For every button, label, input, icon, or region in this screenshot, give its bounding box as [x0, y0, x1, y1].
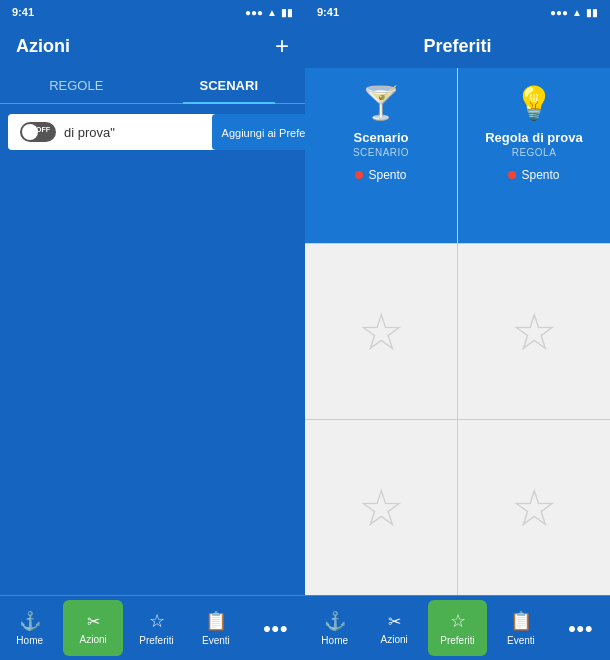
signal-icon: ●●●: [245, 7, 263, 18]
right-preferiti-icon: ☆: [450, 610, 466, 632]
left-nav-more[interactable]: ●●●: [246, 596, 305, 660]
right-bottom-nav: ⚓ Home ✂ Azioni ☆ Preferiti 📋 Eventi ●●●: [305, 595, 610, 660]
preferiti-icon: ☆: [149, 610, 165, 632]
empty-star-icon-2: ☆: [511, 302, 558, 362]
left-header-title: Azioni: [16, 36, 70, 57]
add-to-favorites-button[interactable]: Aggiungi ai Preferiti: [212, 114, 305, 150]
battery-icon: ▮▮: [281, 7, 293, 18]
right-wifi-icon: ▲: [572, 7, 582, 18]
right-home-icon: ⚓: [324, 610, 346, 632]
left-nav-preferiti[interactable]: ☆ Preferiti: [127, 596, 186, 660]
list-item[interactable]: OFF di prova" › Aggiungi ai Preferiti Mo…: [8, 114, 297, 150]
left-tabs: REGOLE SCENARI: [0, 68, 305, 104]
scenario-status: Spento: [355, 168, 406, 182]
right-time: 9:41: [317, 6, 339, 18]
empty-star-icon-3: ☆: [358, 478, 405, 538]
fav-empty-3[interactable]: ☆: [305, 420, 457, 595]
left-status-bar: 9:41 ●●● ▲ ▮▮: [0, 0, 305, 24]
toggle-label: OFF: [36, 126, 50, 133]
right-status-bar: 9:41 ●●● ▲ ▮▮: [305, 0, 610, 24]
regola-status-dot: [508, 171, 516, 179]
fav-empty-2[interactable]: ☆: [458, 244, 610, 419]
right-panel: 9:41 ●●● ▲ ▮▮ Preferiti 🍸 Scenario SCENA…: [305, 0, 610, 660]
right-nav-eventi[interactable]: 📋 Eventi: [491, 596, 550, 660]
home-icon: ⚓: [19, 610, 41, 632]
left-nav-eventi[interactable]: 📋 Eventi: [186, 596, 245, 660]
fav-empty-4[interactable]: ☆: [458, 420, 610, 595]
empty-star-icon-4: ☆: [511, 478, 558, 538]
wifi-icon: ▲: [267, 7, 277, 18]
left-time: 9:41: [12, 6, 34, 18]
right-nav-more[interactable]: ●●●: [551, 596, 610, 660]
right-header: Preferiti: [305, 24, 610, 68]
right-battery-icon: ▮▮: [586, 7, 598, 18]
eventi-icon: 📋: [205, 610, 227, 632]
right-azioni-icon: ✂: [388, 612, 401, 631]
more-icon: ●●●: [263, 620, 288, 636]
right-eventi-icon: 📋: [510, 610, 532, 632]
right-nav-home[interactable]: ⚓ Home: [305, 596, 364, 660]
tab-scenari[interactable]: SCENARI: [153, 68, 306, 103]
scenario-status-dot: [355, 171, 363, 179]
tab-regole[interactable]: REGOLE: [0, 68, 153, 103]
scenarios-list: OFF di prova" › Aggiungi ai Preferiti Mo…: [0, 104, 305, 595]
right-nav-preferiti[interactable]: ☆ Preferiti: [428, 600, 487, 656]
fav-empty-1[interactable]: ☆: [305, 244, 457, 419]
fav-card-scenario[interactable]: 🍸 Scenario SCENARIO Spento: [305, 68, 457, 243]
regola-icon: 💡: [514, 84, 554, 122]
left-nav-azioni[interactable]: ✂ Azioni: [63, 600, 122, 656]
right-signal-icon: ●●●: [550, 7, 568, 18]
left-header: Azioni +: [0, 24, 305, 68]
right-nav-azioni[interactable]: ✂ Azioni: [364, 596, 423, 660]
left-nav-home[interactable]: ⚓ Home: [0, 596, 59, 660]
left-panel: 9:41 ●●● ▲ ▮▮ Azioni + REGOLE SCENARI OF…: [0, 0, 305, 660]
right-header-title: Preferiti: [423, 36, 491, 57]
left-status-icons: ●●● ▲ ▮▮: [245, 7, 293, 18]
toggle-switch[interactable]: OFF: [20, 122, 56, 142]
swipe-actions: Aggiungi ai Preferiti Modifica Elimina: [212, 114, 305, 150]
right-status-icons: ●●● ▲ ▮▮: [550, 7, 598, 18]
empty-star-icon-1: ☆: [358, 302, 405, 362]
regola-status: Spento: [508, 168, 559, 182]
azioni-icon: ✂: [87, 612, 100, 631]
scenario-icon: 🍸: [361, 84, 401, 122]
left-bottom-nav: ⚓ Home ✂ Azioni ☆ Preferiti 📋 Eventi ●●●: [0, 595, 305, 660]
fav-card-regola[interactable]: 💡 Regola di prova REGOLA Spento: [458, 68, 610, 243]
favorites-grid: 🍸 Scenario SCENARIO Spento 💡 Regola di p…: [305, 68, 610, 595]
right-more-icon: ●●●: [568, 620, 593, 636]
add-button[interactable]: +: [275, 34, 289, 58]
